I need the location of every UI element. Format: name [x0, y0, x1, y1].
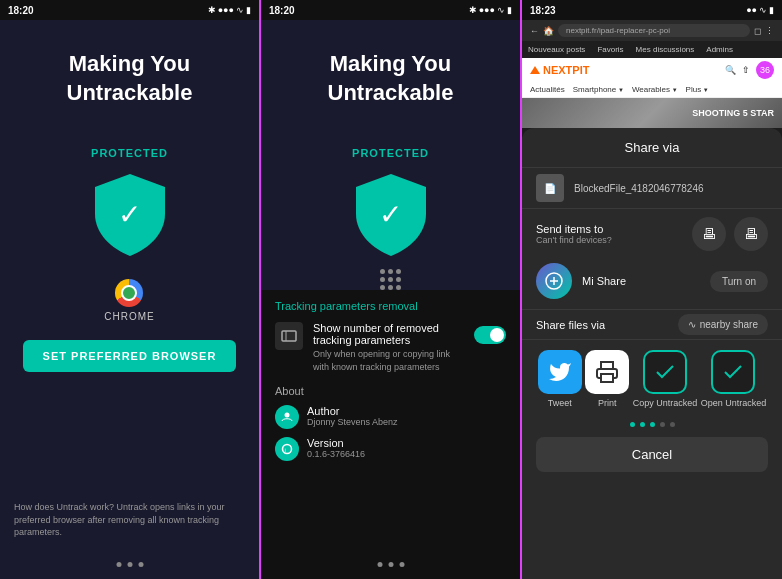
nearby-icon: ∿: [688, 319, 696, 330]
panel-browser-share: 18:23 ●● ∿ ▮ ← 🏠 nextpit.fr/ipad-replace…: [522, 0, 782, 579]
nearby-share-button[interactable]: ∿ nearby share: [678, 314, 768, 335]
battery-icon-2: ▮: [507, 5, 512, 15]
set-preferred-browser-button[interactable]: SET PREFERRED BROWSER: [23, 340, 237, 372]
share-dots-row: [522, 418, 782, 431]
copy-untracked-icon: [643, 350, 687, 394]
tab-nouveaux[interactable]: Nouveaux posts: [522, 41, 591, 58]
tracking-header: Tracking parameters removal: [275, 300, 506, 312]
website-preview: SHOOTING 5 STAR: [522, 98, 782, 128]
nav-actualites[interactable]: Actualités: [530, 85, 565, 94]
shield-check-1: ✓: [118, 198, 141, 231]
print-app[interactable]: Print: [585, 350, 629, 408]
status-icons-3: ●● ∿ ▮: [746, 5, 774, 15]
nav-plus[interactable]: Plus: [686, 85, 709, 94]
wifi-icon-2: ∿: [497, 5, 505, 15]
protected-label-1: PROTECTED: [91, 147, 168, 159]
status-icons-2: ✱ ●●● ∿ ▮: [469, 5, 512, 15]
print-icon: [585, 350, 629, 394]
tracking-item: Show number of removed tracking paramete…: [275, 322, 506, 373]
tracking-toggle[interactable]: [474, 326, 506, 344]
open-untracked-label: Open Untracked: [701, 398, 767, 408]
nav-smartphone[interactable]: Smartphone: [573, 85, 624, 94]
print-label: Print: [598, 398, 617, 408]
about-section: About Author Djonny Stevens Abenz i Vers…: [275, 385, 506, 461]
tabs-icon[interactable]: ◻: [754, 26, 761, 36]
share-dot: [630, 422, 635, 427]
file-name: BlockedFile_4182046778246: [574, 183, 704, 194]
share-dot: [660, 422, 665, 427]
url-bar[interactable]: nextpit.fr/ipad-replacer-pc-poi: [558, 24, 750, 37]
chrome-badge: CHROME: [104, 279, 154, 322]
signal-icon: ●●●: [218, 5, 234, 15]
tab-favoris[interactable]: Favoris: [591, 41, 629, 58]
open-untracked-app[interactable]: Open Untracked: [701, 350, 767, 408]
nav-wearables[interactable]: Wearables: [632, 85, 678, 94]
nav-dot: [138, 562, 143, 567]
panel2-title: Making You Untrackable: [308, 50, 474, 107]
battery-icon-3: ▮: [769, 5, 774, 15]
search-icon[interactable]: 🔍: [725, 65, 736, 75]
share-via-title: Share via: [522, 128, 782, 167]
nav-dot: [399, 562, 404, 567]
print-send-icon[interactable]: 🖶: [692, 217, 726, 251]
share-dot: [640, 422, 645, 427]
shield-2: ✓: [351, 169, 431, 259]
version-label: Version: [307, 437, 365, 449]
share-dot: [650, 422, 655, 427]
author-label: Author: [307, 405, 398, 417]
author-item: Author Djonny Stevens Abenz: [275, 405, 506, 429]
home-icon[interactable]: 🏠: [543, 26, 554, 36]
nextpit-name: NEXTPIT: [543, 64, 589, 76]
menu-icon[interactable]: ⋮: [765, 26, 774, 36]
share-sheet: Share via 📄 BlockedFile_4182046778246 Se…: [522, 128, 782, 579]
version-icon: i: [275, 437, 299, 461]
wifi-icon: ∿: [236, 5, 244, 15]
bottom-dots-1: [116, 562, 143, 567]
bluetooth-icon-2: ✱: [469, 5, 477, 15]
share-apps-row: Tweet Print Copy Untracked Open Untracke…: [522, 339, 782, 418]
share-icon[interactable]: ⇧: [742, 65, 750, 75]
svg-text:i: i: [285, 447, 286, 453]
chrome-icon: [115, 279, 143, 307]
send-title: Send items to: [536, 223, 612, 235]
version-value: 0.1.6-3766416: [307, 449, 365, 459]
svg-rect-6: [601, 374, 613, 382]
tracking-item-subtitle: Only when opening or copying link with k…: [313, 348, 464, 373]
file-icon: 📄: [536, 174, 564, 202]
back-icon[interactable]: ←: [530, 26, 539, 36]
mi-share-left: Mi Share: [536, 263, 626, 299]
nextpit-triangle-icon: [530, 66, 540, 74]
status-icons-1: ✱ ●●● ∿ ▮: [208, 5, 251, 15]
tracking-item-icon: [275, 322, 303, 350]
mi-share-icon: [536, 263, 572, 299]
copy-untracked-app[interactable]: Copy Untracked: [633, 350, 698, 408]
tab-admins[interactable]: Admins: [700, 41, 739, 58]
tweet-icon: [538, 350, 582, 394]
version-item: i Version 0.1.6-3766416: [275, 437, 506, 461]
send-section: Send items to Can't find devices? 🖶 🖶: [522, 209, 782, 259]
tab-discussions[interactable]: Mes discussions: [630, 41, 701, 58]
avatar[interactable]: 36: [756, 61, 774, 79]
nav-dot: [388, 562, 393, 567]
send-icons: 🖶 🖶: [692, 217, 768, 251]
svg-point-2: [285, 413, 290, 418]
shield-1: ✓: [90, 169, 170, 259]
author-icon: [275, 405, 299, 429]
tweet-app[interactable]: Tweet: [538, 350, 582, 408]
shield-check-2: ✓: [379, 198, 402, 231]
grid-dots-icon: [380, 269, 401, 290]
svg-rect-0: [282, 331, 296, 341]
status-time-1: 18:20: [8, 5, 34, 16]
about-header: About: [275, 385, 506, 397]
turn-on-button[interactable]: Turn on: [710, 271, 768, 292]
bottom-description: How does Untrack work? Untrack opens lin…: [14, 501, 245, 539]
wifi-icon-3: ∿: [759, 5, 767, 15]
mi-share-label: Mi Share: [582, 275, 626, 287]
cancel-button[interactable]: Cancel: [536, 437, 768, 472]
tweet-label: Tweet: [548, 398, 572, 408]
tracking-section: Tracking parameters removal Show number …: [261, 290, 520, 579]
screen-send-icon[interactable]: 🖶: [734, 217, 768, 251]
protected-label-2: PROTECTED: [352, 147, 429, 159]
nav-dot: [377, 562, 382, 567]
status-bar-3: 18:23 ●● ∿ ▮: [522, 0, 782, 20]
